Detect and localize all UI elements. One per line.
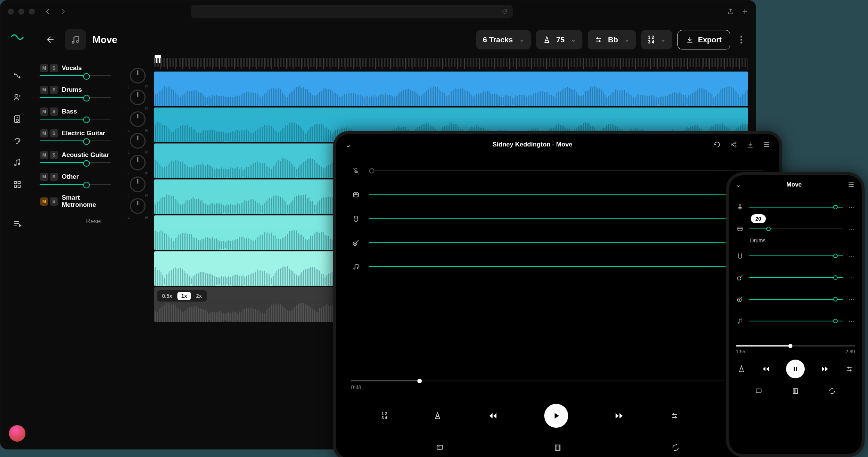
acoustic-icon[interactable] <box>736 296 744 303</box>
pause-button[interactable] <box>786 360 805 378</box>
volume-slider[interactable] <box>40 162 111 163</box>
bass-icon[interactable] <box>736 252 744 259</box>
more-menu[interactable]: ⋮ <box>735 34 747 45</box>
music-note-icon[interactable] <box>351 263 361 270</box>
plus-icon[interactable] <box>741 8 748 15</box>
speed-selector[interactable]: 0.5x 1x 2x <box>157 290 207 302</box>
mute-button[interactable]: M <box>40 64 48 72</box>
window-controls[interactable] <box>8 9 35 15</box>
mute-button[interactable]: M <box>40 108 48 116</box>
bass-icon[interactable] <box>351 215 361 223</box>
pan-knob[interactable] <box>130 90 146 105</box>
grid-icon[interactable] <box>13 180 22 189</box>
tablet-slider[interactable] <box>369 266 764 267</box>
tempo-selector[interactable]: 75⌄ <box>536 30 582 49</box>
metronome-icon[interactable] <box>433 411 442 420</box>
tracks-selector[interactable]: 6 Tracks⌄ <box>476 30 531 49</box>
solo-button[interactable]: S <box>50 197 58 206</box>
lyrics-icon[interactable] <box>436 444 444 452</box>
music-note-icon[interactable] <box>736 318 744 324</box>
voice-icon[interactable] <box>13 93 22 102</box>
music-icon[interactable] <box>13 158 22 167</box>
lyrics-icon[interactable] <box>755 387 762 395</box>
loop-icon[interactable] <box>828 387 836 395</box>
browser-urlbar[interactable] <box>191 5 513 18</box>
phone-slider[interactable] <box>749 207 843 208</box>
pan-knob[interactable] <box>130 111 146 127</box>
mute-button[interactable]: M <box>40 197 48 206</box>
tablet-progress[interactable]: 0:48 <box>351 381 764 390</box>
timesig-button[interactable]: 1 23 4 <box>381 412 387 420</box>
timesig-selector[interactable]: 1 23 4 ⌄ <box>641 30 672 49</box>
track-more-icon[interactable]: ⋯ <box>848 273 855 282</box>
browser-back-icon[interactable] <box>42 6 54 17</box>
speed-half[interactable]: 0.5x <box>158 292 176 300</box>
split-icon[interactable] <box>13 71 22 80</box>
track-more-icon[interactable]: ⋯ <box>848 225 855 233</box>
metronome-icon[interactable] <box>737 365 746 373</box>
solo-button[interactable]: S <box>50 86 58 94</box>
volume-slider[interactable] <box>40 119 111 119</box>
chords-icon[interactable] <box>792 387 799 395</box>
phone-slider[interactable] <box>749 255 843 256</box>
play-button[interactable] <box>544 404 568 428</box>
chords-icon[interactable] <box>554 444 562 452</box>
mute-button[interactable]: M <box>40 173 48 181</box>
volume-slider[interactable] <box>40 75 111 76</box>
loop-icon[interactable] <box>671 444 680 452</box>
collapse-icon[interactable]: ⌄ <box>736 181 741 188</box>
phone-slider[interactable] <box>749 299 843 300</box>
phone-slider[interactable] <box>749 228 843 229</box>
track-more-icon[interactable]: ⋯ <box>848 203 855 211</box>
volume-slider[interactable] <box>40 184 111 185</box>
forward-button[interactable] <box>614 411 624 421</box>
menu-icon[interactable] <box>763 141 770 148</box>
speaker-icon[interactable] <box>13 115 22 124</box>
download-icon[interactable] <box>746 141 754 148</box>
volume-slider[interactable] <box>40 140 111 141</box>
speed-one[interactable]: 1x <box>177 292 191 300</box>
pan-knob[interactable] <box>130 198 146 214</box>
solo-button[interactable]: S <box>50 173 58 181</box>
rewind-button[interactable] <box>761 364 770 373</box>
tuning-icon[interactable] <box>845 365 853 373</box>
phone-slider[interactable] <box>749 321 843 321</box>
mute-button[interactable]: M <box>40 129 48 137</box>
volume-slider[interactable] <box>40 97 111 98</box>
ear-icon[interactable] <box>13 136 22 145</box>
tablet-slider[interactable] <box>369 242 764 243</box>
phone-slider[interactable] <box>749 277 843 278</box>
drums-icon[interactable] <box>351 191 361 199</box>
pan-knob[interactable] <box>130 176 146 192</box>
export-button[interactable]: Export <box>677 30 730 49</box>
phone-progress[interactable]: 1:55-2:39 <box>729 345 862 354</box>
app-logo-icon[interactable] <box>10 30 24 41</box>
mute-button[interactable]: M <box>40 86 48 94</box>
mic-icon[interactable] <box>736 204 744 211</box>
solo-button[interactable]: S <box>50 64 58 72</box>
key-selector[interactable]: Bb⌄ <box>588 30 636 49</box>
tablet-slider[interactable] <box>369 194 764 195</box>
browser-forward-icon[interactable] <box>57 6 68 17</box>
back-button[interactable] <box>43 32 58 47</box>
drums-icon[interactable] <box>736 226 744 232</box>
playlist-icon[interactable] <box>13 219 22 228</box>
solo-button[interactable]: S <box>50 151 58 159</box>
forward-button[interactable] <box>820 364 829 373</box>
tablet-slider[interactable] <box>369 170 764 171</box>
menu-icon[interactable] <box>847 181 855 188</box>
pan-knob[interactable] <box>130 68 146 84</box>
reload-icon[interactable] <box>502 9 508 15</box>
undo-icon[interactable] <box>713 141 721 148</box>
track-more-icon[interactable]: ⋯ <box>848 317 855 325</box>
tablet-slider[interactable] <box>369 218 764 219</box>
pan-knob[interactable] <box>130 155 146 170</box>
guitar-icon[interactable] <box>351 239 361 246</box>
solo-button[interactable]: S <box>50 129 58 137</box>
share-icon[interactable] <box>730 141 737 148</box>
waveform-vocals[interactable] <box>154 72 748 106</box>
tuning-icon[interactable] <box>670 411 679 420</box>
mute-button[interactable]: M <box>40 151 48 159</box>
speed-two[interactable]: 2x <box>192 292 206 300</box>
track-more-icon[interactable]: ⋯ <box>848 295 855 303</box>
